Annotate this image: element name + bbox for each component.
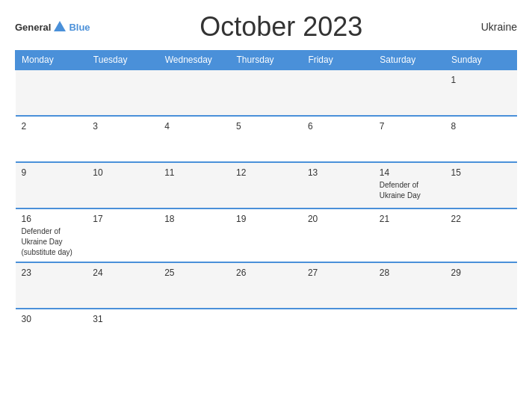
calendar-week-row: 3031 xyxy=(16,309,517,355)
calendar-cell: 8 xyxy=(445,116,517,162)
day-number: 6 xyxy=(308,121,368,132)
event-label: Defender of Ukraine Day (substitute day) xyxy=(22,227,72,256)
calendar-cell xyxy=(230,69,302,116)
day-number: 18 xyxy=(164,214,224,224)
calendar-cell: 29 xyxy=(445,262,517,309)
calendar-table: Monday Tuesday Wednesday Thursday Friday… xyxy=(15,50,517,355)
calendar-cell: 12 xyxy=(230,162,302,208)
calendar-cell: 15 xyxy=(445,162,517,208)
day-number: 1 xyxy=(451,75,511,85)
day-number: 21 xyxy=(380,214,439,224)
calendar-week-row: 23242526272829 xyxy=(16,262,517,309)
day-number: 20 xyxy=(308,214,368,224)
calendar-cell: 30 xyxy=(16,309,87,355)
calendar-cell xyxy=(158,69,230,116)
calendar-cell: 31 xyxy=(87,309,158,355)
col-friday: Friday xyxy=(302,51,374,70)
calendar-cell xyxy=(16,69,87,116)
calendar-cell: 16Defender of Ukraine Day (substitute da… xyxy=(16,208,87,262)
calendar-cell xyxy=(374,309,445,355)
day-number: 25 xyxy=(164,268,224,278)
calendar-cell xyxy=(374,69,445,116)
calendar-cell: 3 xyxy=(87,116,158,162)
col-wednesday: Wednesday xyxy=(158,51,230,70)
day-number: 12 xyxy=(236,167,296,178)
day-number: 24 xyxy=(93,268,152,278)
day-number: 8 xyxy=(451,121,511,132)
calendar-cell xyxy=(302,69,374,116)
logo-blue-text: Blue xyxy=(69,22,90,33)
day-number: 16 xyxy=(22,214,81,224)
day-number: 11 xyxy=(164,167,224,178)
logo: General Blue xyxy=(15,22,90,33)
calendar-cell xyxy=(445,309,517,355)
col-tuesday: Tuesday xyxy=(87,51,158,70)
day-number: 29 xyxy=(451,268,511,278)
day-number: 4 xyxy=(164,121,224,132)
event-label: Defender of Ukraine Day xyxy=(380,181,421,200)
calendar-cell: 25 xyxy=(158,262,230,309)
calendar-header: Monday Tuesday Wednesday Thursday Friday… xyxy=(16,51,517,70)
calendar-cell xyxy=(302,309,374,355)
day-number: 10 xyxy=(93,167,152,178)
day-number: 19 xyxy=(236,214,296,224)
calendar-cell: 10 xyxy=(87,162,158,208)
calendar-cell: 17 xyxy=(87,208,158,262)
col-monday: Monday xyxy=(16,51,87,70)
calendar-cell: 2 xyxy=(16,116,87,162)
calendar-cell: 9 xyxy=(16,162,87,208)
day-number: 3 xyxy=(93,121,152,132)
day-number: 2 xyxy=(22,121,81,132)
day-number: 14 xyxy=(380,167,439,178)
calendar-cell: 27 xyxy=(302,262,374,309)
calendar-page: General Blue October 2023 Ukraine Monday… xyxy=(0,0,532,411)
days-of-week-row: Monday Tuesday Wednesday Thursday Friday… xyxy=(16,51,517,70)
calendar-cell xyxy=(230,309,302,355)
calendar-week-row: 1 xyxy=(16,69,517,116)
calendar-cell: 1 xyxy=(445,69,517,116)
calendar-week-row: 91011121314Defender of Ukraine Day15 xyxy=(16,162,517,208)
day-number: 23 xyxy=(22,268,81,278)
calendar-cell: 22 xyxy=(445,208,517,262)
calendar-cell: 11 xyxy=(158,162,230,208)
day-number: 5 xyxy=(236,121,296,132)
logo-general-text: General xyxy=(15,22,51,33)
day-number: 13 xyxy=(308,167,368,178)
calendar-cell: 23 xyxy=(16,262,87,309)
calendar-cell: 21 xyxy=(374,208,445,262)
calendar-cell: 6 xyxy=(302,116,374,162)
calendar-cell xyxy=(158,309,230,355)
calendar-cell: 28 xyxy=(374,262,445,309)
calendar-week-row: 16Defender of Ukraine Day (substitute da… xyxy=(16,208,517,262)
col-sunday: Sunday xyxy=(445,51,517,70)
day-number: 22 xyxy=(451,214,511,224)
country-label: Ukraine xyxy=(472,21,517,33)
col-thursday: Thursday xyxy=(230,51,302,70)
calendar-cell: 5 xyxy=(230,116,302,162)
calendar-cell: 14Defender of Ukraine Day xyxy=(374,162,445,208)
calendar-cell: 18 xyxy=(158,208,230,262)
col-saturday: Saturday xyxy=(374,51,445,70)
day-number: 17 xyxy=(93,214,152,224)
page-header: General Blue October 2023 Ukraine xyxy=(15,11,517,43)
day-number: 28 xyxy=(380,268,439,278)
calendar-cell: 19 xyxy=(230,208,302,262)
day-number: 27 xyxy=(308,268,368,278)
page-title: October 2023 xyxy=(90,11,472,43)
calendar-cell: 13 xyxy=(302,162,374,208)
day-number: 26 xyxy=(236,268,296,278)
day-number: 9 xyxy=(22,167,81,178)
calendar-cell xyxy=(87,69,158,116)
logo-triangle-icon xyxy=(54,21,66,31)
calendar-cell: 7 xyxy=(374,116,445,162)
calendar-cell: 26 xyxy=(230,262,302,309)
day-number: 31 xyxy=(93,314,152,324)
calendar-body: 1234567891011121314Defender of Ukraine D… xyxy=(16,69,517,355)
day-number: 15 xyxy=(451,167,511,178)
calendar-week-row: 2345678 xyxy=(16,116,517,162)
day-number: 30 xyxy=(22,314,81,324)
calendar-cell: 20 xyxy=(302,208,374,262)
calendar-cell: 24 xyxy=(87,262,158,309)
calendar-cell: 4 xyxy=(158,116,230,162)
day-number: 7 xyxy=(380,121,439,132)
